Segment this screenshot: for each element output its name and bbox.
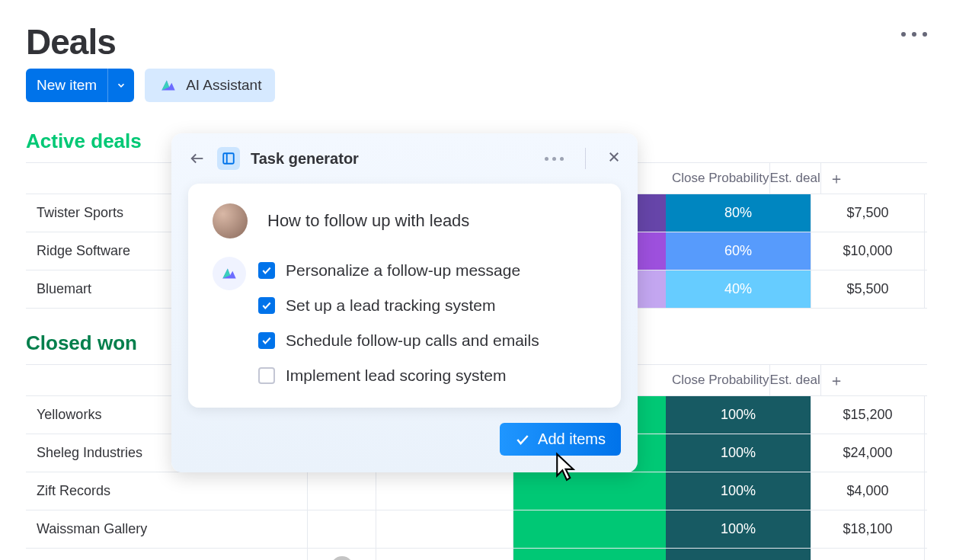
close-probability-cell[interactable]: 80% [666,194,811,232]
checkbox[interactable] [258,297,275,314]
board-options-button[interactable] [901,21,927,37]
check-icon [515,432,530,447]
deal-name-cell[interactable]: Zift Records [26,472,308,510]
checkbox[interactable] [258,367,275,384]
contact-cell[interactable]: Hannah Gluck [376,549,513,560]
avatar [331,556,353,561]
assistant-card: How to follow up with leads Personalize … [188,184,621,408]
close-probability-cell[interactable]: 60% [666,232,811,270]
add-column-button[interactable]: ＋ [821,168,852,189]
est-deal-cell[interactable]: $5,800 [811,549,925,560]
ai-assistant-button[interactable]: AI Assistant [145,69,275,102]
table-row[interactable]: Zift Records 100% $4,000 [26,472,927,510]
ai-assistant-label: AI Assistant [186,77,261,94]
table-row[interactable]: Waissman Gallery 100% $18,100 [26,510,927,549]
cursor-icon [554,452,580,482]
add-column-button[interactable]: ＋ [821,370,852,391]
task-label: Implement lead scoring system [286,366,506,385]
panel-options-button[interactable] [545,157,564,161]
new-item-dropdown[interactable] [107,69,134,102]
task-suggestion[interactable]: Set up a lead tracking system [258,296,539,315]
ai-logo-icon [158,75,178,95]
add-items-label: Add items [538,430,606,448]
col-close-probability[interactable]: Close Probability [672,365,769,395]
task-generator-panel: Task generator How to follow up with lea… [171,133,638,472]
stage-cell[interactable]: Won [513,549,666,560]
task-suggestion[interactable]: Personalize a follow-up message [258,261,539,280]
user-avatar [213,203,248,238]
checkbox[interactable] [258,262,275,279]
back-button[interactable] [188,149,206,168]
task-suggestion[interactable]: Schedule follow-up calls and emails [258,331,539,350]
est-deal-cell[interactable]: $18,100 [811,510,925,548]
close-probability-cell[interactable]: 100% [666,472,811,510]
close-button[interactable] [607,149,621,168]
new-item-button[interactable]: New item [26,69,134,102]
stage-cell[interactable] [513,510,666,548]
checkbox[interactable] [258,332,275,349]
task-label: Set up a lead tracking system [286,296,495,315]
task-suggestion[interactable]: Implement lead scoring system [258,366,539,385]
est-deal-cell[interactable]: $5,500 [811,270,925,308]
ai-badge-icon [213,257,246,290]
new-item-label: New item [26,77,107,94]
contact-cell[interactable] [376,510,513,548]
col-est-deal[interactable]: Est. deal [769,163,821,194]
deal-name-cell[interactable]: SFF Cruise [26,549,308,560]
close-probability-cell[interactable]: 100% [666,510,811,548]
task-label: Schedule follow-up calls and emails [286,331,539,350]
user-prompt-text: How to follow up with leads [267,211,469,231]
svg-rect-1 [223,153,234,164]
est-deal-cell[interactable]: $4,000 [811,472,925,510]
close-probability-cell[interactable]: 100% [666,396,811,434]
owner-cell[interactable] [308,549,376,560]
panel-icon [217,147,240,170]
owner-cell[interactable] [308,510,376,548]
close-probability-cell[interactable]: 100% [666,434,811,472]
col-close-probability[interactable]: Close Probability [672,163,769,194]
add-items-button[interactable]: Add items [500,423,621,456]
est-deal-cell[interactable]: $7,500 [811,194,925,232]
close-probability-cell[interactable]: 40% [666,270,811,308]
stage-cell[interactable] [513,472,666,510]
deal-name-cell[interactable]: Waissman Gallery [26,510,308,548]
owner-cell[interactable] [308,472,376,510]
table-row[interactable]: SFF Cruise Hannah Gluck Won 100% $5,800 [26,549,927,560]
page-title: Deals [26,21,116,62]
panel-title: Task generator [251,150,534,168]
close-probability-cell[interactable]: 100% [666,549,811,560]
task-label: Personalize a follow-up message [286,261,520,280]
contact-cell[interactable] [376,472,513,510]
est-deal-cell[interactable]: $24,000 [811,434,925,472]
est-deal-cell[interactable]: $15,200 [811,396,925,434]
est-deal-cell[interactable]: $10,000 [811,232,925,270]
col-est-deal[interactable]: Est. deal [769,365,821,395]
